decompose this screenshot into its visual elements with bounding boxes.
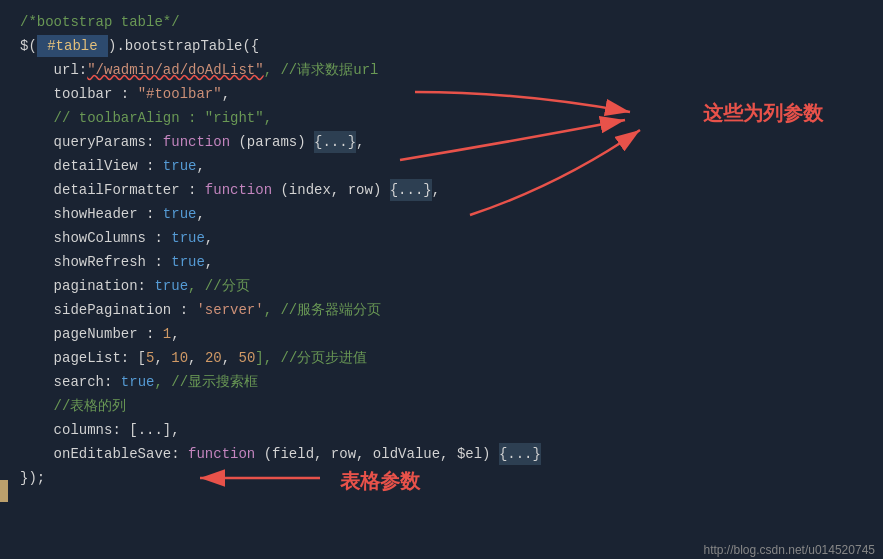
code-token: true (163, 203, 197, 225)
code-token: ], //分页步进值 (255, 347, 367, 369)
code-token: {...} (499, 443, 541, 465)
code-token: 50 (239, 347, 256, 369)
code-token: , (196, 155, 204, 177)
code-token: true (121, 371, 155, 393)
code-token: toolbar : (20, 83, 138, 105)
code-token: url: (20, 59, 87, 81)
code-line-19: onEditableSave: function (field, row, ol… (0, 442, 883, 466)
code-token: /*bootstrap table*/ (20, 11, 180, 33)
code-token: {...} (390, 179, 432, 201)
line-marker (0, 480, 8, 502)
code-line-7: detailView : true, (0, 154, 883, 178)
code-token: true (171, 251, 205, 273)
code-token: "#toolbar" (138, 83, 222, 105)
code-line-3: url:"/wadmin/ad/doAdList", //请求数据url (0, 58, 883, 82)
code-line-17: //表格的列 (0, 394, 883, 418)
column-params-annotation: 这些为列参数 (703, 100, 823, 127)
code-container: /*bootstrap table*/ $( #table ).bootstra… (0, 0, 883, 559)
code-line-12: pagination: true, //分页 (0, 274, 883, 298)
code-token: , (222, 83, 230, 105)
code-token: , (171, 323, 179, 345)
code-token: 10 (171, 347, 188, 369)
code-token: 1 (163, 323, 171, 345)
code-line-8: detailFormatter : function (index, row) … (0, 178, 883, 202)
code-token: onEditableSave: (20, 443, 188, 465)
code-line-16: search: true, //显示搜索框 (0, 370, 883, 394)
code-token: function (163, 131, 230, 153)
code-token: , (356, 131, 364, 153)
code-token: showHeader : (20, 203, 163, 225)
code-token: , (205, 227, 213, 249)
code-line-10: showColumns : true, (0, 226, 883, 250)
code-token: search: (20, 371, 121, 393)
code-token: , (205, 251, 213, 273)
code-token: , (222, 347, 239, 369)
code-line-9: showHeader : true, (0, 202, 883, 226)
code-token: function (188, 443, 255, 465)
code-line-6: queryParams: function (params) {...}, (0, 130, 883, 154)
code-token: , (188, 347, 205, 369)
code-line-13: sidePagination : 'server', //服务器端分页 (0, 298, 883, 322)
code-token: "/wadmin/ad/doAdList" (87, 59, 263, 81)
code-token: pageNumber : (20, 323, 163, 345)
code-line-20: }); (0, 466, 883, 490)
code-token: ], (163, 419, 180, 441)
code-token: sidePagination : (20, 299, 196, 321)
code-line-15: pageList: [5, 10, 20, 50], //分页步进值 (0, 346, 883, 370)
code-token: pagination: (20, 275, 154, 297)
code-line-18: columns: [...], (0, 418, 883, 442)
code-token: showColumns : (20, 227, 171, 249)
code-token: }); (20, 467, 45, 489)
code-token: true (171, 227, 205, 249)
code-token: {...} (314, 131, 356, 153)
code-token: , //分页 (188, 275, 250, 297)
code-token: detailView : (20, 155, 163, 177)
code-token: , (432, 179, 440, 201)
code-token: columns: [ (20, 419, 138, 441)
code-token: ... (138, 419, 163, 441)
code-token: true (154, 275, 188, 297)
code-token: , //显示搜索框 (154, 371, 258, 393)
code-token: , //请求数据url (264, 59, 379, 81)
code-token: #table (37, 35, 108, 57)
code-token: (field, row, oldValue, $el) (255, 443, 499, 465)
code-token: true (163, 155, 197, 177)
code-token: 'server' (196, 299, 263, 321)
code-line-11: showRefresh : true, (0, 250, 883, 274)
code-token: 20 (205, 347, 222, 369)
code-token: , (196, 203, 204, 225)
code-token: // toolbarAlign : "right", (20, 107, 272, 129)
code-token: detailFormatter : (20, 179, 205, 201)
code-token: //表格的列 (20, 395, 126, 417)
code-token: showRefresh : (20, 251, 171, 273)
code-line-1: /*bootstrap table*/ (0, 10, 883, 34)
code-token: function (205, 179, 272, 201)
footer-url: http://blog.csdn.net/u014520745 (696, 541, 883, 559)
table-params-annotation: 表格参数 (340, 468, 420, 495)
code-token: , //服务器端分页 (264, 299, 382, 321)
code-token: 5 (146, 347, 154, 369)
code-token: ).bootstrapTable({ (108, 35, 259, 57)
code-token: , (154, 347, 171, 369)
code-token: queryParams: (20, 131, 163, 153)
code-line-14: pageNumber : 1, (0, 322, 883, 346)
code-token: pageList: [ (20, 347, 146, 369)
code-token: $( (20, 35, 37, 57)
code-line-2: $( #table ).bootstrapTable({ (0, 34, 883, 58)
code-token: (params) (230, 131, 314, 153)
code-token: (index, row) (272, 179, 390, 201)
